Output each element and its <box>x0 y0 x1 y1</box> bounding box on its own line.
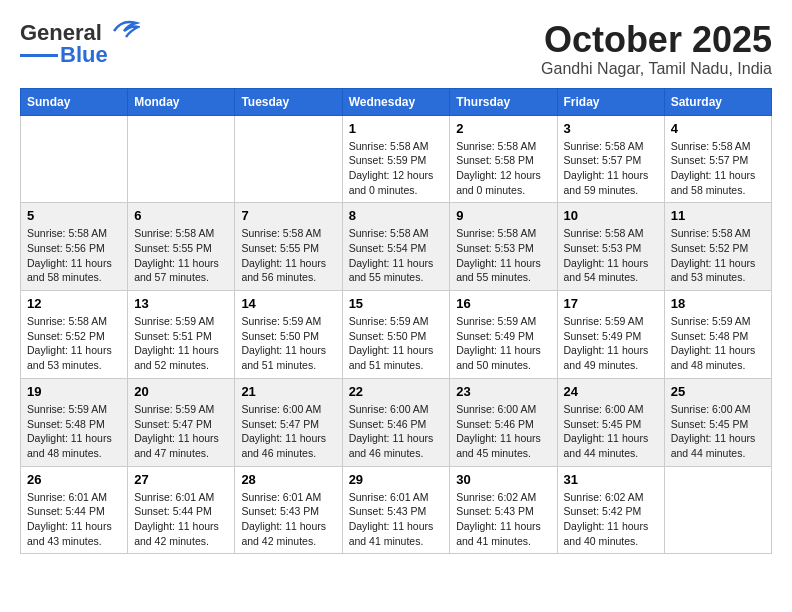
logo-blue-text: Blue <box>60 42 108 68</box>
weekday-header-wednesday: Wednesday <box>342 88 450 115</box>
day-info: Sunrise: 6:02 AMSunset: 5:43 PMDaylight:… <box>456 490 550 549</box>
calendar-cell: 26Sunrise: 6:01 AMSunset: 5:44 PMDayligh… <box>21 466 128 554</box>
calendar-cell: 9Sunrise: 5:58 AMSunset: 5:53 PMDaylight… <box>450 203 557 291</box>
day-number: 4 <box>671 121 765 136</box>
day-number: 17 <box>564 296 658 311</box>
weekday-header-saturday: Saturday <box>664 88 771 115</box>
calendar-cell: 12Sunrise: 5:58 AMSunset: 5:52 PMDayligh… <box>21 291 128 379</box>
day-number: 6 <box>134 208 228 223</box>
day-number: 8 <box>349 208 444 223</box>
logo-bird-icon <box>104 17 140 45</box>
calendar-week-1: 1Sunrise: 5:58 AMSunset: 5:59 PMDaylight… <box>21 115 772 203</box>
day-number: 11 <box>671 208 765 223</box>
day-number: 21 <box>241 384 335 399</box>
calendar-cell: 11Sunrise: 5:58 AMSunset: 5:52 PMDayligh… <box>664 203 771 291</box>
day-info: Sunrise: 5:58 AMSunset: 5:52 PMDaylight:… <box>671 226 765 285</box>
day-number: 24 <box>564 384 658 399</box>
day-info: Sunrise: 6:01 AMSunset: 5:43 PMDaylight:… <box>349 490 444 549</box>
day-number: 18 <box>671 296 765 311</box>
day-info: Sunrise: 5:59 AMSunset: 5:49 PMDaylight:… <box>456 314 550 373</box>
calendar-week-5: 26Sunrise: 6:01 AMSunset: 5:44 PMDayligh… <box>21 466 772 554</box>
day-info: Sunrise: 5:58 AMSunset: 5:53 PMDaylight:… <box>564 226 658 285</box>
day-number: 15 <box>349 296 444 311</box>
day-number: 19 <box>27 384 121 399</box>
calendar-cell: 22Sunrise: 6:00 AMSunset: 5:46 PMDayligh… <box>342 378 450 466</box>
day-info: Sunrise: 5:58 AMSunset: 5:54 PMDaylight:… <box>349 226 444 285</box>
calendar-cell: 16Sunrise: 5:59 AMSunset: 5:49 PMDayligh… <box>450 291 557 379</box>
day-info: Sunrise: 5:59 AMSunset: 5:47 PMDaylight:… <box>134 402 228 461</box>
day-info: Sunrise: 5:58 AMSunset: 5:57 PMDaylight:… <box>671 139 765 198</box>
weekday-header-friday: Friday <box>557 88 664 115</box>
calendar-cell: 21Sunrise: 6:00 AMSunset: 5:47 PMDayligh… <box>235 378 342 466</box>
day-info: Sunrise: 5:59 AMSunset: 5:48 PMDaylight:… <box>27 402 121 461</box>
calendar-week-4: 19Sunrise: 5:59 AMSunset: 5:48 PMDayligh… <box>21 378 772 466</box>
day-info: Sunrise: 5:58 AMSunset: 5:55 PMDaylight:… <box>134 226 228 285</box>
day-info: Sunrise: 5:58 AMSunset: 5:58 PMDaylight:… <box>456 139 550 198</box>
day-info: Sunrise: 6:02 AMSunset: 5:42 PMDaylight:… <box>564 490 658 549</box>
calendar-cell <box>235 115 342 203</box>
calendar-cell: 25Sunrise: 6:00 AMSunset: 5:45 PMDayligh… <box>664 378 771 466</box>
day-number: 25 <box>671 384 765 399</box>
day-number: 1 <box>349 121 444 136</box>
day-info: Sunrise: 5:59 AMSunset: 5:50 PMDaylight:… <box>349 314 444 373</box>
day-number: 22 <box>349 384 444 399</box>
day-info: Sunrise: 6:00 AMSunset: 5:46 PMDaylight:… <box>349 402 444 461</box>
calendar-cell: 30Sunrise: 6:02 AMSunset: 5:43 PMDayligh… <box>450 466 557 554</box>
day-info: Sunrise: 6:00 AMSunset: 5:45 PMDaylight:… <box>564 402 658 461</box>
day-number: 23 <box>456 384 550 399</box>
day-number: 30 <box>456 472 550 487</box>
calendar-cell: 4Sunrise: 5:58 AMSunset: 5:57 PMDaylight… <box>664 115 771 203</box>
day-number: 10 <box>564 208 658 223</box>
calendar-cell: 18Sunrise: 5:59 AMSunset: 5:48 PMDayligh… <box>664 291 771 379</box>
day-number: 12 <box>27 296 121 311</box>
day-number: 2 <box>456 121 550 136</box>
day-info: Sunrise: 5:58 AMSunset: 5:55 PMDaylight:… <box>241 226 335 285</box>
day-number: 13 <box>134 296 228 311</box>
day-number: 20 <box>134 384 228 399</box>
calendar-cell: 7Sunrise: 5:58 AMSunset: 5:55 PMDaylight… <box>235 203 342 291</box>
calendar-cell: 27Sunrise: 6:01 AMSunset: 5:44 PMDayligh… <box>128 466 235 554</box>
day-info: Sunrise: 5:59 AMSunset: 5:49 PMDaylight:… <box>564 314 658 373</box>
calendar-cell: 31Sunrise: 6:02 AMSunset: 5:42 PMDayligh… <box>557 466 664 554</box>
calendar-cell: 8Sunrise: 5:58 AMSunset: 5:54 PMDaylight… <box>342 203 450 291</box>
day-number: 29 <box>349 472 444 487</box>
day-info: Sunrise: 5:58 AMSunset: 5:52 PMDaylight:… <box>27 314 121 373</box>
day-info: Sunrise: 5:58 AMSunset: 5:57 PMDaylight:… <box>564 139 658 198</box>
day-number: 5 <box>27 208 121 223</box>
calendar-cell: 13Sunrise: 5:59 AMSunset: 5:51 PMDayligh… <box>128 291 235 379</box>
day-number: 28 <box>241 472 335 487</box>
logo: General Blue <box>20 20 140 68</box>
weekday-header-sunday: Sunday <box>21 88 128 115</box>
calendar-week-3: 12Sunrise: 5:58 AMSunset: 5:52 PMDayligh… <box>21 291 772 379</box>
month-title: October 2025 <box>541 20 772 60</box>
calendar-cell: 6Sunrise: 5:58 AMSunset: 5:55 PMDaylight… <box>128 203 235 291</box>
calendar-cell: 2Sunrise: 5:58 AMSunset: 5:58 PMDaylight… <box>450 115 557 203</box>
day-number: 7 <box>241 208 335 223</box>
day-info: Sunrise: 6:00 AMSunset: 5:47 PMDaylight:… <box>241 402 335 461</box>
day-info: Sunrise: 6:01 AMSunset: 5:43 PMDaylight:… <box>241 490 335 549</box>
weekday-header-thursday: Thursday <box>450 88 557 115</box>
day-number: 27 <box>134 472 228 487</box>
day-info: Sunrise: 5:58 AMSunset: 5:53 PMDaylight:… <box>456 226 550 285</box>
calendar-cell: 10Sunrise: 5:58 AMSunset: 5:53 PMDayligh… <box>557 203 664 291</box>
calendar-cell <box>21 115 128 203</box>
weekday-header-tuesday: Tuesday <box>235 88 342 115</box>
day-number: 16 <box>456 296 550 311</box>
page-header: General Blue October 2025 Gandhi Nagar, … <box>20 20 772 78</box>
weekday-header-monday: Monday <box>128 88 235 115</box>
day-number: 26 <box>27 472 121 487</box>
calendar-cell: 14Sunrise: 5:59 AMSunset: 5:50 PMDayligh… <box>235 291 342 379</box>
calendar-cell: 1Sunrise: 5:58 AMSunset: 5:59 PMDaylight… <box>342 115 450 203</box>
day-info: Sunrise: 6:00 AMSunset: 5:45 PMDaylight:… <box>671 402 765 461</box>
calendar-cell: 3Sunrise: 5:58 AMSunset: 5:57 PMDaylight… <box>557 115 664 203</box>
calendar-cell: 17Sunrise: 5:59 AMSunset: 5:49 PMDayligh… <box>557 291 664 379</box>
calendar-cell: 24Sunrise: 6:00 AMSunset: 5:45 PMDayligh… <box>557 378 664 466</box>
day-info: Sunrise: 6:01 AMSunset: 5:44 PMDaylight:… <box>27 490 121 549</box>
calendar-cell <box>128 115 235 203</box>
day-number: 3 <box>564 121 658 136</box>
day-number: 9 <box>456 208 550 223</box>
calendar-cell: 5Sunrise: 5:58 AMSunset: 5:56 PMDaylight… <box>21 203 128 291</box>
day-number: 14 <box>241 296 335 311</box>
calendar-cell <box>664 466 771 554</box>
day-info: Sunrise: 5:58 AMSunset: 5:56 PMDaylight:… <box>27 226 121 285</box>
